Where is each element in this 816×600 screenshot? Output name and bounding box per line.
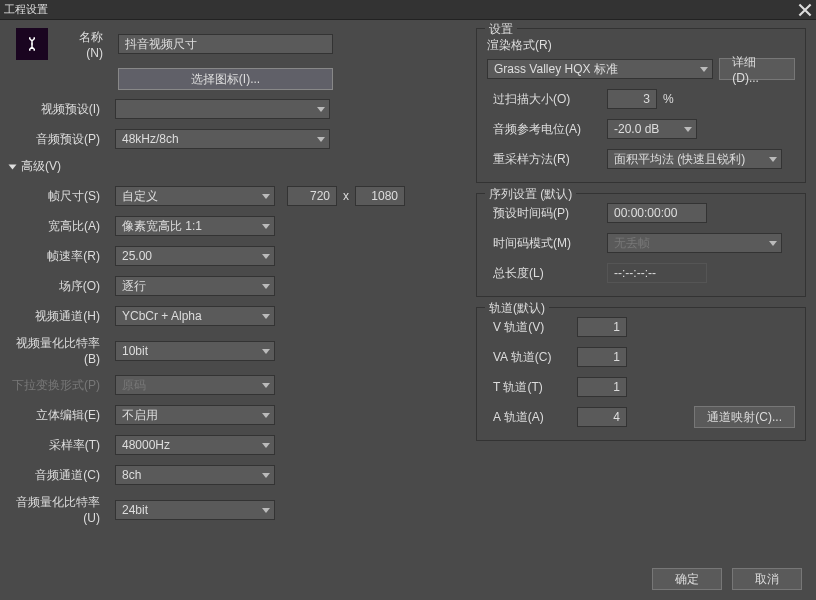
resample-select[interactable]: 面积平均法 (快速且锐利) xyxy=(607,149,782,169)
srate-label: 采样率(T) xyxy=(10,437,115,454)
vchan-label: 视频通道(H) xyxy=(10,308,115,325)
settings-section: 设置 渲染格式(R) Grass Valley HQX 标准 详细(D)... … xyxy=(476,28,806,183)
vquant-label: 视频量化比特率(B) xyxy=(10,335,115,366)
overscan-unit: % xyxy=(663,92,674,106)
field-select[interactable]: 逐行 xyxy=(115,276,275,296)
totallen-label: 总长度(L) xyxy=(487,265,607,282)
cancel-button[interactable]: 取消 xyxy=(732,568,802,590)
aref-select[interactable]: -20.0 dB xyxy=(607,119,697,139)
field-label: 场序(O) xyxy=(10,278,115,295)
tcmode-select: 无丢帧 xyxy=(607,233,782,253)
aquant-label: 音频量化比特率(U) xyxy=(10,494,115,525)
vchan-select[interactable]: YCbCr + Alpha xyxy=(115,306,275,326)
fps-label: 帧速率(R) xyxy=(10,248,115,265)
settings-title: 设置 xyxy=(485,21,517,38)
select-icon-button[interactable]: 选择图标(I)... xyxy=(118,68,333,90)
video-preset-select[interactable] xyxy=(115,99,330,119)
achan-select[interactable]: 8ch xyxy=(115,465,275,485)
channel-map-button[interactable]: 通道映射(C)... xyxy=(694,406,795,428)
aspect-label: 宽高比(A) xyxy=(10,218,115,235)
a-track-label: A 轨道(A) xyxy=(487,409,577,426)
render-format-label: 渲染格式(R) xyxy=(487,37,795,54)
aquant-select[interactable]: 24bit xyxy=(115,500,275,520)
frame-height-input[interactable] xyxy=(355,186,405,206)
window-title: 工程设置 xyxy=(4,2,48,17)
v-track-label: V 轨道(V) xyxy=(487,319,577,336)
vquant-select[interactable]: 10bit xyxy=(115,341,275,361)
overscan-input[interactable] xyxy=(607,89,657,109)
frame-size-select[interactable]: 自定义 xyxy=(115,186,275,206)
svg-point-0 xyxy=(31,43,33,45)
totallen-value: --:--:--:-- xyxy=(607,263,707,283)
ok-button[interactable]: 确定 xyxy=(652,568,722,590)
va-track-input[interactable] xyxy=(577,347,627,367)
srate-select[interactable]: 48000Hz xyxy=(115,435,275,455)
advanced-toggle[interactable]: 高级(V) xyxy=(10,158,466,175)
pulldown-select: 原码 xyxy=(115,375,275,395)
t-track-input[interactable] xyxy=(577,377,627,397)
preset-icon xyxy=(16,28,48,60)
v-track-input[interactable] xyxy=(577,317,627,337)
frame-width-input[interactable] xyxy=(287,186,337,206)
achan-label: 音频通道(C) xyxy=(10,467,115,484)
preset-tc-label: 预设时间码(P) xyxy=(487,205,607,222)
sequence-title: 序列设置 (默认) xyxy=(485,186,576,203)
frame-size-label: 帧尺寸(S) xyxy=(10,188,115,205)
t-track-label: T 轨道(T) xyxy=(487,379,577,396)
tcmode-label: 时间码模式(M) xyxy=(487,235,607,252)
fps-select[interactable]: 25.00 xyxy=(115,246,275,266)
name-label: 名称(N) xyxy=(68,29,118,60)
aref-label: 音频参考电位(A) xyxy=(487,121,607,138)
video-preset-label: 视频预设(I) xyxy=(10,101,115,118)
stereo-select[interactable]: 不启用 xyxy=(115,405,275,425)
tracks-title: 轨道(默认) xyxy=(485,300,549,317)
tracks-section: 轨道(默认) V 轨道(V) VA 轨道(C) T 轨道(T) A 轨道(A) … xyxy=(476,307,806,441)
chevron-down-icon xyxy=(9,164,17,169)
detail-button[interactable]: 详细(D)... xyxy=(719,58,795,80)
preset-tc-input[interactable] xyxy=(607,203,707,223)
audio-preset-label: 音频预设(P) xyxy=(10,131,115,148)
stereo-label: 立体编辑(E) xyxy=(10,407,115,424)
pulldown-label: 下拉变换形式(P) xyxy=(10,377,115,394)
close-icon[interactable] xyxy=(798,3,812,17)
dimension-x: x xyxy=(343,189,349,203)
audio-preset-select[interactable]: 48kHz/8ch xyxy=(115,129,330,149)
name-input[interactable] xyxy=(118,34,333,54)
va-track-label: VA 轨道(C) xyxy=(487,349,577,366)
resample-label: 重采样方法(R) xyxy=(487,151,607,168)
aspect-select[interactable]: 像素宽高比 1:1 xyxy=(115,216,275,236)
a-track-input[interactable] xyxy=(577,407,627,427)
overscan-label: 过扫描大小(O) xyxy=(487,91,607,108)
sequence-section: 序列设置 (默认) 预设时间码(P) 时间码模式(M)无丢帧 总长度(L)--:… xyxy=(476,193,806,297)
render-format-select[interactable]: Grass Valley HQX 标准 xyxy=(487,59,713,79)
